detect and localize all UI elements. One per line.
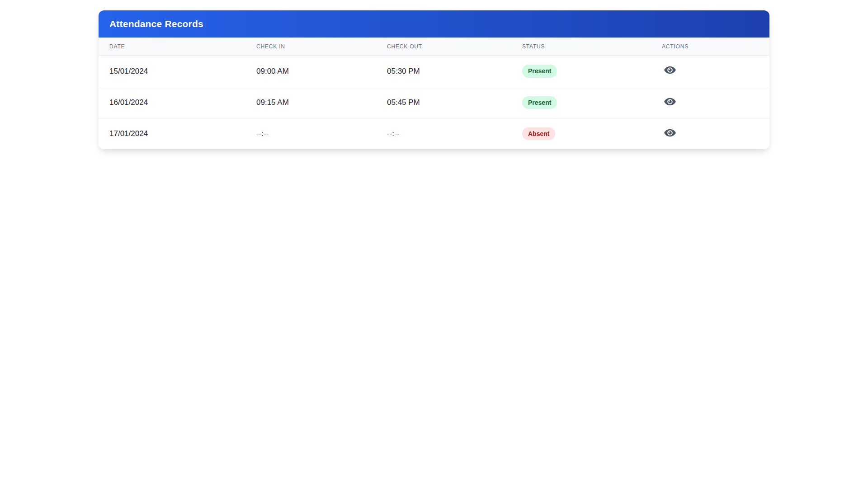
view-record-button[interactable] <box>664 96 676 107</box>
attendance-card: Attendance Records DATE CHECK IN CHECK O… <box>99 10 769 149</box>
status-badge: Present <box>522 65 557 78</box>
eye-icon <box>664 96 676 107</box>
table-header-row: DATE CHECK IN CHECK OUT STATUS ACTIONS <box>99 38 769 56</box>
page-title: Attendance Records <box>109 19 203 29</box>
table-row: 16/01/2024 09:15 AM 05:45 PM Present <box>99 87 769 118</box>
eye-icon <box>664 127 676 138</box>
column-header-check-in: CHECK IN <box>256 43 387 50</box>
check-out-cell: --:-- <box>387 129 522 138</box>
date-cell: 16/01/2024 <box>109 98 256 107</box>
column-header-actions: ACTIONS <box>662 43 759 50</box>
column-header-date: DATE <box>109 43 256 50</box>
status-badge: Present <box>522 96 557 109</box>
check-in-cell: 09:00 AM <box>256 67 387 76</box>
check-in-cell: --:-- <box>256 129 387 138</box>
date-cell: 17/01/2024 <box>109 129 256 138</box>
eye-icon <box>664 65 676 75</box>
column-header-check-out: CHECK OUT <box>387 43 522 50</box>
check-out-cell: 05:45 PM <box>387 98 522 107</box>
check-out-cell: 05:30 PM <box>387 67 522 76</box>
view-record-button[interactable] <box>664 127 676 138</box>
table-row: 17/01/2024 --:-- --:-- Absent <box>99 118 769 149</box>
check-in-cell: 09:15 AM <box>256 98 387 107</box>
date-cell: 15/01/2024 <box>109 67 256 76</box>
view-record-button[interactable] <box>664 65 676 75</box>
status-badge: Absent <box>522 127 555 141</box>
page: { "card": { "title": "Attendance Records… <box>0 0 868 488</box>
card-header: Attendance Records <box>99 10 769 38</box>
table-row: 15/01/2024 09:00 AM 05:30 PM Present <box>99 56 769 87</box>
column-header-status: STATUS <box>522 43 662 50</box>
